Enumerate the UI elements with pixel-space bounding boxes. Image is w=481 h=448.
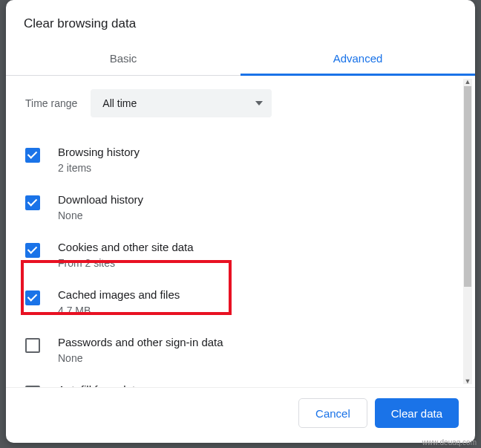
checkbox-passwords[interactable] (25, 338, 40, 353)
item-cookies[interactable]: Cookies and other site data From 2 sites (25, 232, 456, 279)
clear-browsing-data-dialog: Clear browsing data Basic Advanced Time … (6, 0, 475, 443)
item-text: Browsing history 2 items (58, 146, 140, 174)
scrollbar-thumb[interactable] (464, 86, 471, 287)
item-text: Autofill form data (58, 383, 142, 387)
item-text: Cookies and other site data From 2 sites (58, 241, 194, 269)
item-browsing-history[interactable]: Browsing history 2 items (25, 137, 456, 184)
checkbox-cookies[interactable] (25, 243, 40, 258)
item-text: Cached images and files 4.7 MB (58, 288, 180, 316)
item-sub: From 2 sites (58, 257, 194, 269)
scroll-area: Time range All time Browsing history 2 i… (6, 76, 475, 387)
dialog-title: Clear browsing data (6, 0, 475, 42)
time-range-row: Time range All time (25, 89, 456, 117)
checkbox-autofill[interactable] (25, 386, 40, 387)
item-passwords[interactable]: Passwords and other sign-in data None (25, 327, 456, 374)
item-download-history[interactable]: Download history None (25, 184, 456, 232)
item-sub: None (58, 352, 223, 364)
chevron-down-icon (255, 101, 263, 105)
item-autofill[interactable]: Autofill form data (25, 374, 456, 387)
item-text: Download history None (58, 193, 143, 221)
scroll-up-icon[interactable]: ▲ (463, 77, 472, 86)
content-area: Time range All time Browsing history 2 i… (6, 76, 475, 387)
watermark: www.deuaq.com (422, 438, 477, 447)
item-sub: 4.7 MB (58, 305, 180, 316)
checkbox-download-history[interactable] (25, 195, 40, 210)
cancel-button[interactable]: Cancel (298, 398, 367, 428)
item-title: Cached images and files (58, 288, 180, 301)
item-text: Passwords and other sign-in data None (58, 336, 223, 364)
item-title: Download history (58, 193, 143, 206)
time-range-value: All time (102, 97, 137, 109)
tab-advanced[interactable]: Advanced (240, 42, 475, 75)
item-title: Autofill form data (58, 383, 142, 387)
item-sub: None (58, 210, 143, 221)
time-range-label: Time range (25, 97, 77, 109)
scroll-down-icon[interactable]: ▼ (463, 377, 472, 386)
clear-data-button[interactable]: Clear data (375, 398, 459, 428)
item-cached-images[interactable]: Cached images and files 4.7 MB (25, 279, 456, 327)
item-title: Cookies and other site data (58, 241, 194, 253)
tab-basic[interactable]: Basic (6, 42, 240, 75)
checkbox-browsing-history[interactable] (25, 148, 40, 163)
item-sub: 2 items (58, 162, 140, 174)
checkbox-cached-images[interactable] (25, 290, 40, 305)
tab-strip: Basic Advanced (6, 42, 475, 76)
item-title: Browsing history (58, 146, 140, 158)
time-range-select[interactable]: All time (91, 89, 272, 117)
dialog-footer: Cancel Clear data (6, 387, 475, 443)
item-title: Passwords and other sign-in data (58, 336, 223, 348)
scrollbar[interactable]: ▲ ▼ (463, 79, 472, 384)
